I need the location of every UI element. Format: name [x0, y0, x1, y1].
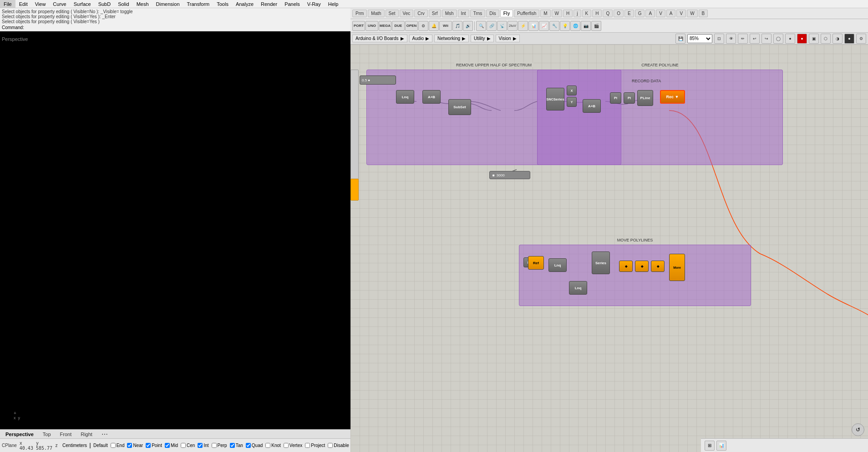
node-orange-1[interactable]: ◆ — [619, 261, 633, 272]
node-ab-2[interactable]: A+B — [583, 99, 601, 113]
tb-utility4[interactable]: 🔧 — [549, 21, 559, 31]
expand-audio[interactable]: ▶ — [426, 36, 429, 41]
menu-render[interactable]: Render — [257, 0, 281, 8]
tb-utility6[interactable]: 🌐 — [570, 21, 580, 31]
node-subset[interactable]: SubSet — [448, 99, 471, 115]
tb-icon3[interactable]: 🎵 — [452, 21, 462, 31]
snap-knot[interactable]: Knot — [265, 443, 281, 448]
menu-vray[interactable]: V-Ray — [304, 0, 325, 8]
grid-view-btn[interactable]: ⊞ — [705, 441, 715, 451]
menu-tools[interactable]: Tools — [213, 0, 232, 8]
snap-point[interactable]: Point — [146, 443, 162, 448]
tab-q[interactable]: Q — [603, 10, 613, 17]
snap-disable[interactable]: Disable — [328, 443, 349, 448]
node-lnq-lower[interactable]: Lnq — [548, 258, 567, 272]
tab-w[interactable]: W — [552, 10, 562, 17]
node-far-right-1[interactable]: More — [669, 254, 685, 281]
eye-icon[interactable]: 👁 — [726, 34, 736, 44]
undo-icon[interactable]: ↩ — [750, 34, 760, 44]
tb-icon2[interactable]: 🔔 — [429, 21, 439, 31]
3d-viewport[interactable]: + x y — [0, 36, 350, 429]
node-y[interactable]: Y — [567, 97, 577, 107]
tab-v[interactable]: V — [656, 10, 665, 17]
tb-utility5[interactable]: 💡 — [560, 21, 570, 31]
panel-networking[interactable]: Networking ▶ — [434, 35, 469, 42]
tb-due-btn[interactable]: DUE — [392, 21, 405, 31]
tb-port-btn[interactable]: PORT — [352, 21, 365, 31]
sphere-icon[interactable]: ● — [785, 34, 795, 44]
node-ab-1[interactable]: A+B — [422, 90, 441, 104]
node-series-lower[interactable]: Series — [592, 251, 610, 274]
tb-open-btn[interactable]: OPEN — [405, 21, 418, 31]
snap-vertex[interactable]: Vertex — [284, 443, 302, 448]
redo-icon[interactable]: ↪ — [761, 34, 772, 44]
node-pt2[interactable]: Pt — [624, 92, 635, 104]
node-rec[interactable]: Rec ▼ — [660, 90, 685, 104]
tb-icon4[interactable]: 🔊 — [463, 21, 473, 31]
expand-arduino[interactable]: ▶ — [401, 36, 404, 41]
chart-view-btn[interactable]: 📊 — [716, 441, 726, 451]
menu-help[interactable]: Help — [325, 0, 342, 8]
tab-crv[interactable]: Crv — [414, 10, 428, 17]
node-ref[interactable]: Ref — [528, 256, 544, 270]
tb-uno-btn[interactable]: UNO — [365, 21, 378, 31]
tab-int[interactable]: Int — [458, 10, 469, 17]
tab-dis[interactable]: Dis — [486, 10, 499, 17]
tab-g[interactable]: G — [635, 10, 645, 17]
tab-o[interactable]: O — [614, 10, 624, 17]
menu-analyze[interactable]: Analyze — [232, 0, 257, 8]
tab-srf[interactable]: Srf — [429, 10, 441, 17]
menu-panels[interactable]: Panels — [281, 0, 304, 8]
tab-a2[interactable]: A — [666, 10, 676, 17]
node-pt[interactable]: Pt — [610, 92, 621, 104]
menu-surface[interactable]: Surface — [70, 0, 95, 8]
mesh-icon[interactable]: ⬡ — [821, 34, 831, 44]
tb-2luv-icon[interactable]: 2luV — [508, 21, 518, 31]
panel-arduino[interactable]: Arduino & I/O Boards ▶ — [352, 35, 407, 42]
tab-b[interactable]: B — [699, 10, 708, 17]
snap-end[interactable]: End — [111, 443, 125, 448]
fit-icon[interactable]: ⊡ — [714, 34, 724, 44]
menu-edit[interactable]: Edit — [15, 0, 31, 8]
menu-curve[interactable]: Curve — [49, 0, 70, 8]
tb-icon1[interactable]: ⚙ — [418, 21, 428, 31]
gear-icon[interactable]: ⚙ — [856, 34, 866, 44]
node-orange-3[interactable]: ◆ — [651, 261, 665, 272]
node-lng[interactable]: Lnq — [396, 90, 414, 104]
node-pline[interactable]: PLine — [637, 90, 653, 106]
sketch-icon[interactable]: ✏ — [738, 34, 748, 44]
tb-utility1[interactable]: ⚡ — [518, 21, 528, 31]
snap-near[interactable]: Near — [127, 443, 143, 448]
tb-link-icon[interactable]: 🔗 — [487, 21, 497, 31]
tb-utility8[interactable]: 🎬 — [591, 21, 601, 31]
tab-fly[interactable]: Fly — [500, 10, 513, 17]
node-x[interactable]: X — [567, 85, 577, 95]
snap-quad[interactable]: Quad — [246, 443, 263, 448]
tab-trns[interactable]: Trns — [470, 10, 486, 17]
orange-rect[interactable] — [350, 179, 359, 201]
snap-project[interactable]: Project — [305, 443, 325, 448]
panel-utility[interactable]: Utility ▶ — [471, 35, 493, 42]
dark-sphere[interactable]: ● — [844, 34, 854, 44]
tb-utility7[interactable]: 📷 — [581, 21, 591, 31]
tab-pufferfish[interactable]: Pufferfish — [514, 10, 539, 17]
tab-m[interactable]: M — [540, 10, 550, 17]
tb-utility2[interactable]: 📊 — [528, 21, 538, 31]
tab-math[interactable]: Math — [368, 10, 384, 17]
tb-mega-btn[interactable]: MEGA — [379, 21, 391, 31]
tab-right[interactable]: Right — [77, 431, 96, 438]
red-dot[interactable]: ● — [797, 34, 807, 44]
tb-wii-btn[interactable]: Wii — [439, 21, 452, 31]
tab-top[interactable]: Top — [39, 431, 55, 438]
expand-utility[interactable]: ▶ — [487, 36, 491, 41]
menu-solid[interactable]: Solid — [114, 0, 132, 8]
menu-file[interactable]: File — [0, 0, 15, 8]
tab-v2[interactable]: V — [676, 10, 686, 17]
tab-front[interactable]: Front — [56, 431, 76, 438]
zoom-select[interactable]: 85% 50% 100% 150% — [687, 34, 712, 43]
tab-set[interactable]: Set — [386, 10, 399, 17]
snap-perp[interactable]: Perp — [212, 443, 227, 448]
half-icon[interactable]: ◑ — [832, 34, 843, 44]
expand-vision[interactable]: ▶ — [513, 36, 517, 41]
tab-h2[interactable]: H — [592, 10, 602, 17]
